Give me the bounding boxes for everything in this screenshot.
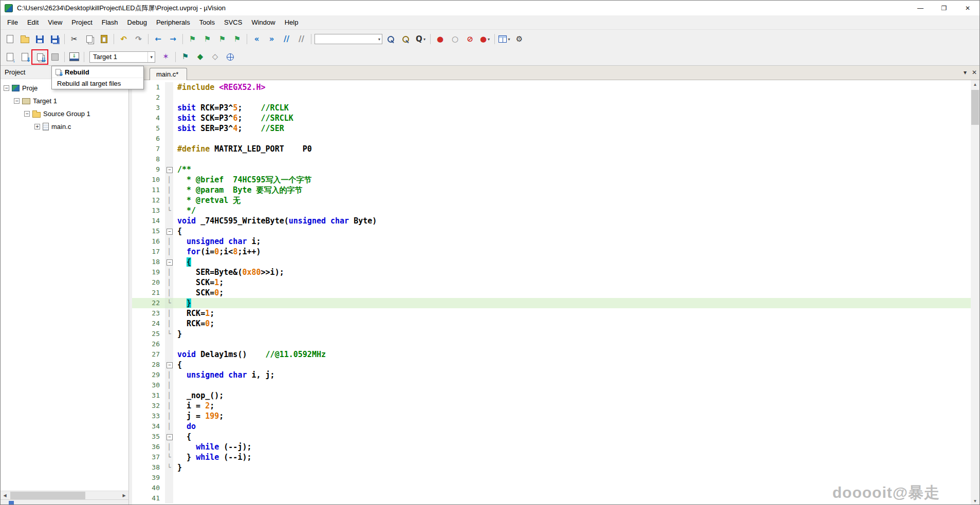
tab-main-c[interactable]: main.c* xyxy=(150,68,187,80)
menu-file[interactable]: File xyxy=(3,16,23,28)
scroll-track[interactable] xyxy=(9,491,120,500)
code-editor[interactable]: 1 #include <REGX52.H>2 3 sbit RCK=P3^5; … xyxy=(132,80,971,505)
code-text[interactable] xyxy=(173,154,971,164)
scroll-left-arrow-icon[interactable]: ◀ xyxy=(1,491,9,500)
code-text[interactable]: SER=Byte&(0x80>>i); xyxy=(173,267,971,277)
code-text[interactable]: i = 2; xyxy=(173,401,971,411)
code-text[interactable]: } while (--i); xyxy=(173,452,971,462)
code-text[interactable]: } xyxy=(173,329,971,339)
fold-collapse-icon[interactable] xyxy=(165,360,173,370)
navigate-forward-button[interactable]: → xyxy=(165,32,180,46)
code-text[interactable]: * @brief 74HC595写入一个字节 xyxy=(173,175,971,185)
code-text[interactable]: RCK=0; xyxy=(173,319,971,329)
fold-collapse-icon[interactable] xyxy=(165,257,173,267)
code-text[interactable]: #include <REGX52.H> xyxy=(173,82,971,92)
minimize-button[interactable]: — xyxy=(909,1,932,15)
select-software-packs-button[interactable] xyxy=(223,50,237,64)
comment-selection-button[interactable]: // xyxy=(279,32,294,46)
tree-item-main-c[interactable]: +main.c xyxy=(1,120,128,133)
configure-button[interactable]: ⚙ xyxy=(512,32,527,46)
code-text[interactable]: } xyxy=(173,462,971,473)
code-text[interactable]: SCK=0; xyxy=(173,288,971,298)
scroll-right-arrow-icon[interactable]: ▶ xyxy=(120,491,128,500)
code-text[interactable] xyxy=(173,134,971,144)
tab-list-chevron-icon[interactable]: ▾ xyxy=(964,69,967,76)
scroll-thumb[interactable] xyxy=(971,90,979,125)
collapse-icon[interactable]: − xyxy=(14,98,20,104)
indent-button[interactable]: » xyxy=(264,32,279,46)
menu-flash[interactable]: Flash xyxy=(97,16,123,28)
code-text[interactable]: sbit RCK=P3^5; //RCLK xyxy=(173,103,971,113)
collapse-icon[interactable]: − xyxy=(4,85,9,91)
manage-project-items-button[interactable]: ◇ xyxy=(208,50,223,64)
rebuild-menu-item[interactable]: Rebuild xyxy=(52,66,143,78)
code-text[interactable] xyxy=(173,473,971,483)
fold-collapse-icon[interactable] xyxy=(165,432,173,442)
rebuild-all-menu-item[interactable]: Rebuild all target files xyxy=(52,78,143,89)
expand-icon[interactable]: + xyxy=(34,124,40,129)
code-text[interactable]: * @param Byte 要写入的字节 xyxy=(173,185,971,195)
code-text[interactable]: while (--j); xyxy=(173,442,971,452)
menu-tools[interactable]: Tools xyxy=(195,16,219,28)
fold-collapse-icon[interactable] xyxy=(165,226,173,236)
menu-peripherals[interactable]: Peripherals xyxy=(152,16,195,28)
scroll-up-arrow-icon[interactable]: ▲ xyxy=(971,80,979,89)
open-file-button[interactable] xyxy=(17,32,32,46)
code-text[interactable]: * @retval 无 xyxy=(173,195,971,205)
batch-build-button[interactable] xyxy=(47,50,62,64)
collapse-icon[interactable]: − xyxy=(24,111,30,117)
target-select[interactable]: Target 1 ▾ xyxy=(89,51,155,63)
code-text[interactable]: unsigned char i; xyxy=(173,236,971,247)
code-text[interactable] xyxy=(173,339,971,349)
code-text[interactable]: } xyxy=(173,298,971,308)
menu-debug[interactable]: Debug xyxy=(123,16,152,28)
code-text[interactable]: { xyxy=(173,432,971,442)
tree-item-target-1[interactable]: −Target 1 xyxy=(1,95,128,107)
navigate-back-button[interactable]: ← xyxy=(151,32,165,46)
scroll-down-arrow-icon[interactable]: ▼ xyxy=(971,497,979,505)
search-combo-button[interactable]: ▾ xyxy=(313,32,383,46)
code-text[interactable]: unsigned char i, j; xyxy=(173,370,971,380)
code-text[interactable]: j = 199; xyxy=(173,411,971,421)
kill-all-breakpoints-button[interactable]: ⊘ xyxy=(463,32,477,46)
chevron-down-icon[interactable]: ▾ xyxy=(488,37,490,42)
insert-bookmark-button[interactable]: ⚑ xyxy=(185,32,200,46)
menu-edit[interactable]: Edit xyxy=(23,16,43,28)
code-text[interactable]: /** xyxy=(173,164,971,175)
chevron-down-icon[interactable]: ▾ xyxy=(508,37,510,42)
menu-svcs[interactable]: SVCS xyxy=(219,16,247,28)
new-file-button[interactable] xyxy=(3,32,17,46)
code-text[interactable]: _nop_(); xyxy=(173,390,971,401)
code-text[interactable] xyxy=(173,92,971,103)
menu-window[interactable]: Window xyxy=(247,16,280,28)
paste-button[interactable] xyxy=(97,32,112,46)
download-button[interactable]: ⇓ xyxy=(67,50,82,64)
breakpoint-options-button[interactable]: ●▾ xyxy=(477,32,492,46)
code-text[interactable]: sbit SER=P3^4; //SER xyxy=(173,123,971,134)
insert-breakpoint-button[interactable]: ● xyxy=(433,32,448,46)
code-text[interactable]: sbit SCK=P3^6; //SRCLK xyxy=(173,113,971,123)
chevron-down-icon[interactable]: ▾ xyxy=(423,37,426,42)
build-button[interactable] xyxy=(17,50,32,64)
options-for-target-button[interactable]: ✶ xyxy=(158,50,173,64)
uncomment-selection-button[interactable]: // xyxy=(294,32,309,46)
code-text[interactable]: */ xyxy=(173,205,971,216)
code-text[interactable]: void Delay1ms() //@11.0592MHz xyxy=(173,349,971,360)
manage-run-time-environment-button[interactable]: ◆ xyxy=(193,50,208,64)
unindent-button[interactable]: « xyxy=(249,32,264,46)
maximize-button[interactable]: ❐ xyxy=(932,1,956,15)
code-text[interactable]: { xyxy=(173,257,971,267)
menu-project[interactable]: Project xyxy=(67,16,97,28)
code-text[interactable]: { xyxy=(173,226,971,236)
window-layout-button[interactable]: ▾ xyxy=(497,32,512,46)
code-text[interactable]: #define MATRIX_LED_PORT P0 xyxy=(173,144,971,154)
incremental-find-button[interactable]: Q▾ xyxy=(413,32,428,46)
cut-button[interactable]: ✂ xyxy=(67,32,82,46)
rebuild-button[interactable] xyxy=(32,50,47,64)
redo-button[interactable]: ↷ xyxy=(131,32,146,46)
tab-close-icon[interactable]: ✕ xyxy=(972,69,977,76)
editor-vertical-scrollbar[interactable]: ▲ ▼ xyxy=(971,80,979,505)
close-button[interactable]: ✕ xyxy=(956,1,979,15)
save-all-button[interactable] xyxy=(47,32,62,46)
menu-help[interactable]: Help xyxy=(280,16,303,28)
